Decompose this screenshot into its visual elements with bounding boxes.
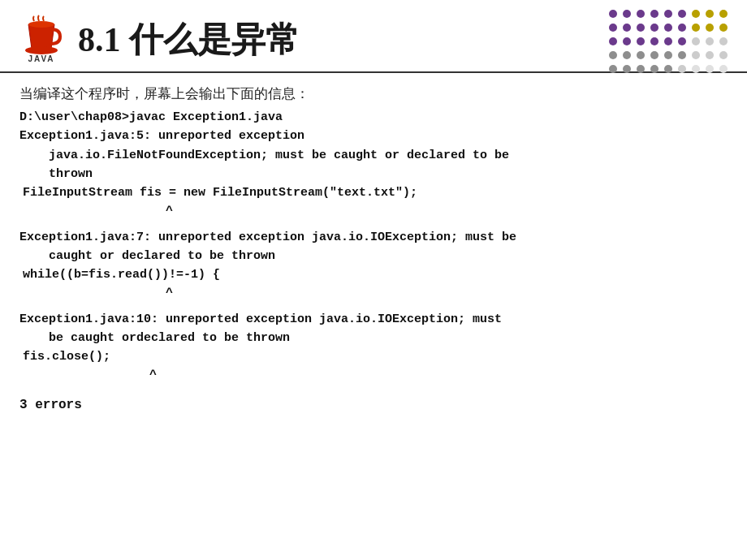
dot-32: [678, 51, 686, 59]
code-spacer-11: [19, 304, 728, 310]
dot-3: [650, 10, 658, 18]
caret-line-10: ^: [19, 284, 728, 303]
dot-37: [623, 65, 631, 73]
code-line-17: 3 errors: [19, 395, 728, 416]
dot-5: [678, 10, 686, 18]
dot-42: [692, 65, 700, 73]
dot-10: [623, 24, 631, 32]
code-line-8: caught or declared to be thrown: [19, 247, 728, 265]
dot-28: [623, 51, 631, 59]
svg-text:JAVA: JAVA: [28, 54, 54, 63]
code-line-9: while((b=fis.read())!=-1) {: [19, 265, 728, 284]
dot-17: [719, 24, 728, 32]
dot-31: [664, 51, 672, 59]
code-line-14: fis.close();: [19, 347, 728, 366]
dot-20: [637, 37, 645, 45]
dot-33: [692, 51, 700, 59]
dot-0: [609, 10, 617, 18]
dot-29: [637, 51, 645, 59]
code-line-2: java.io.FileNotFoundException; must be c…: [19, 146, 728, 165]
intro-text: 当编译这个程序时，屏幕上会输出下面的信息：: [19, 84, 728, 103]
dot-4: [664, 10, 672, 18]
dot-27: [609, 51, 617, 59]
dot-8: [719, 10, 728, 18]
dot-30: [650, 51, 658, 59]
content-area: 当编译这个程序时，屏幕上会输出下面的信息： D:\user\chap08>jav…: [0, 73, 747, 423]
dot-40: [664, 65, 672, 73]
dot-38: [637, 65, 645, 73]
dot-2: [637, 10, 645, 18]
dot-15: [692, 24, 700, 32]
dot-22: [664, 37, 672, 45]
code-line-3: thrown: [19, 165, 728, 183]
dot-26: [719, 37, 728, 45]
dot-23: [678, 37, 686, 45]
code-line-12: Exception1.java:10: unreported exception…: [19, 310, 728, 329]
dot-9: [609, 24, 617, 32]
dot-7: [706, 10, 714, 18]
dot-44: [719, 65, 728, 73]
dot-24: [692, 37, 700, 45]
caret-line-15: ^: [19, 366, 728, 385]
dot-41: [678, 65, 686, 73]
dot-18: [609, 37, 617, 45]
header: JAVA 8.1 什么是异常: [0, 0, 747, 73]
svg-point-0: [28, 21, 54, 28]
caret-line-5: ^: [19, 202, 728, 221]
code-line-0: D:\user\chap08>javac Exception1.java: [19, 108, 728, 127]
dot-25: [706, 37, 714, 45]
java-logo: JAVA: [16, 15, 67, 65]
code-line-7: Exception1.java:7: unreported exception …: [19, 228, 728, 247]
dot-grid-decoration: [609, 10, 731, 76]
dot-43: [706, 65, 714, 73]
dot-16: [706, 24, 714, 32]
code-spacer-16: [19, 386, 728, 392]
dot-14: [678, 24, 686, 32]
dot-39: [650, 65, 658, 73]
code-spacer-6: [19, 222, 728, 228]
dot-19: [623, 37, 631, 45]
dot-21: [650, 37, 658, 45]
dot-1: [623, 10, 631, 18]
dot-34: [706, 51, 714, 59]
dot-11: [637, 24, 645, 32]
dot-12: [650, 24, 658, 32]
svg-point-1: [25, 46, 58, 54]
code-line-13: be caught ordeclared to be thrown: [19, 329, 728, 347]
code-line-4: FileInputStream fis = new FileInputStrea…: [19, 183, 728, 202]
code-line-1: Exception1.java:5: unreported exception: [19, 127, 728, 145]
dot-35: [719, 51, 728, 59]
code-output: D:\user\chap08>javac Exception1.javaExce…: [19, 108, 728, 415]
dot-13: [664, 24, 672, 32]
dot-36: [609, 65, 617, 73]
dot-6: [692, 10, 700, 18]
page-title: 8.1 什么是异常: [78, 17, 300, 62]
